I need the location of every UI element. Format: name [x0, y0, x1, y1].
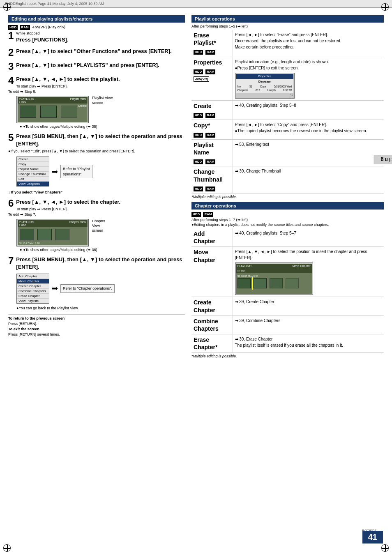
op-properties-bullet: ●Press [ENTER] to exit the screen. [235, 66, 299, 70]
op-erase-playlist: ErasePlaylist* HDD RAM Press [◄, ►] to s… [191, 30, 384, 57]
step-6-bullet: ●To show other pages/Multiple editing (➡… [16, 248, 185, 252]
props-no-val: 51 [249, 85, 252, 89]
op-combine-chapters: CombineChapters ➡ 39, Combine Chapters [191, 315, 384, 334]
corner-mark-tl [3, 3, 11, 11]
main-content: Editing and playing playlists/chapters H… [0, 11, 392, 366]
ch-menu-combine: Combine Chapters [17, 289, 49, 294]
step-6-number: 6 [8, 198, 14, 208]
step-1-text: While stopped Press [FUNCTIONS]. [8, 31, 185, 44]
step-7-bold: Press [SUB MENU], then [▲, ▼] to select … [16, 256, 182, 270]
step-3: 3 Press [▲, ▼] to select "PLAYLISTS" and… [8, 62, 185, 71]
chapter-ops-footnote: *Multiple editing is possible. [191, 354, 384, 358]
ch-menu-view-playlists: View Playlists [17, 299, 49, 303]
top-bar: EHDDEnglish.book Page 41 Monday, July 4,… [0, 0, 392, 8]
step-6: 6 Press [▲, ▼, ◄, ►] to select the chapt… [8, 198, 185, 251]
chapter-ops-table: AddChapter ➡ 40, Creating playlists, Ste… [191, 228, 384, 353]
op-copy-desc: Press [◄, ►] to select "Copy" and press … [233, 120, 384, 139]
ch-menu-create: Create Chapter [17, 284, 49, 289]
playlist-ops-section: Playlist operations After performing ste… [191, 15, 384, 199]
menu-item-view-chapters: View Chapters [17, 182, 49, 186]
op-add-chapter: AddChapter ➡ 40, Creating playlists, Ste… [191, 228, 384, 247]
move-chapter-screen: PLAYLISTS≡ HDD Move Chapter S1 10:07 Mon… [235, 263, 313, 295]
ch-menu-add: Add Chapter [17, 274, 49, 279]
step-7-menu: Add Chapter Move Chapter Create Chapter … [16, 274, 49, 304]
op-move-chapter-desc: Press [▲, ▼, ◄, ►] to select the positio… [233, 247, 384, 297]
step-3-text: Press [▲, ▼] to select "PLAYLISTS" and p… [8, 62, 185, 69]
playlist-ops-footnote: *Multiple editing is possible. [191, 195, 384, 199]
step-4: 4 Press [▲, ▼, ◄, ►] to select the playl… [8, 76, 185, 129]
props-length-val: 0:39:85 [283, 88, 292, 92]
chapter-ops-intro: After performing steps 1–7 (➡ left) [191, 218, 384, 222]
op-erase-badges: HDD RAM [194, 47, 229, 55]
op-playlist-name-desc: ➡ 53, Entering text [233, 139, 384, 166]
props-length-label: Length [267, 88, 276, 92]
ram-badge: RAM [20, 25, 30, 30]
props-no-label: No. [238, 85, 242, 89]
arrow-icon-7: ➡ [52, 284, 58, 293]
props-ok-button: OK [290, 94, 293, 97]
book-info: EHDDEnglish.book Page 41 Monday, July 4,… [5, 2, 104, 6]
step-3-number: 3 [8, 62, 14, 71]
op-combine-chapters-label: CombineChapters [191, 315, 233, 334]
refer-box-7: Refer to "Chapter operations". [60, 284, 115, 293]
step-3-bold: Press [▲, ▼] to select "PLAYLISTS" and p… [16, 62, 159, 68]
chapter-ops-badges-row: HDD RAM [191, 211, 384, 217]
corner-mark-br [381, 544, 389, 552]
op-properties-name: Properties HDD RAM -RW(VR) [191, 57, 233, 101]
step-1-number: 1 [8, 31, 14, 41]
menu-item-copy: Copy [17, 162, 49, 167]
props-chapters-val: 012 [256, 88, 260, 92]
op-create-desc: ➡ 40, Creating playlists, Step 5–8 [233, 101, 384, 120]
chapter-view-screen: PLAYLISTS≡ HDD Chapter View S1 10:27 Mon… [16, 219, 89, 246]
page-number: 41 [362, 531, 383, 543]
playlist-ops-intro: After performing steps 1–5 (➡ left) [191, 24, 384, 28]
step-7-bullet: ●You can go back to the Playlist View. [16, 306, 185, 310]
left-section-header: Editing and playing playlists/chapters [8, 15, 185, 23]
op-copy-name: Copy* HDD RAM [191, 120, 233, 139]
op-thumbnail-badges: HDD RAM [194, 184, 229, 191]
op-properties-badges: HDD RAM -RW(VR) [194, 67, 229, 82]
bottom-notes: To return to the previous screen Press [… [8, 314, 185, 336]
chapter-ops-section: Chapter operations HDD RAM After perform… [191, 202, 384, 359]
playlist-view-screen: PLAYLISTS≡ HDD Playlist View Create [16, 96, 89, 123]
playlist-ops-header: Playlist operations [191, 15, 384, 23]
op-erase-chapter-label: EraseChapter* [191, 334, 233, 353]
menu-item-change-thumbnail: Change Thumbnail [17, 172, 49, 177]
op-erase-playlist-name: ErasePlaylist* HDD RAM [191, 30, 233, 57]
chapter-ops-header: Chapter operations [191, 202, 384, 210]
editing-tab: Editing [374, 155, 392, 164]
step-2: 2 Press [▲, ▼] to select "Other Function… [8, 48, 185, 58]
op-create-chapter-label: CreateChapter [191, 297, 233, 315]
step-5: 5 Press [SUB MENU], then [▲, ▼] to selec… [8, 133, 185, 194]
step-4-text: Press [▲, ▼, ◄, ►] to select the playlis… [8, 76, 185, 94]
step-4-sub1: To start play ➡ Press [ENTER]. [8, 84, 185, 89]
props-screen-title: Properties [236, 74, 293, 79]
step-5-bullet: ●If you select "Edit", press [▲, ▼] to s… [8, 149, 185, 154]
mc-screen-left: PLAYLISTS≡ HDD [238, 264, 253, 273]
play-only-label: -RW(VR) (Play only) [32, 25, 65, 29]
return-note-text: Press [RETURN]. [8, 322, 185, 326]
step-4-bullet: ●To show other pages/Multiple editing (➡… [16, 124, 185, 129]
menu-item-edit: Edit [17, 177, 49, 182]
menu-item-playlist-name: Playlist Name [17, 167, 49, 172]
right-column: Playlist operations After performing ste… [191, 15, 384, 362]
left-column: Editing and playing playlists/chapters H… [8, 15, 185, 362]
badge-row: HDD RAM -RW(VR) (Play only) [8, 24, 185, 30]
exit-note-label: To exit the screen [8, 327, 185, 331]
op-create-chapter: CreateChapter ➡ 39, Create Chapter [191, 297, 384, 315]
op-erase-chapter-desc: ➡ 39, Erase Chapter The playlist itself … [233, 334, 384, 353]
hdd-badge: HDD [8, 25, 18, 30]
step-7-text: Press [SUB MENU], then [▲, ▼] to select … [8, 256, 185, 271]
step-2-bold: Press [▲, ▼] to select "Other Functions"… [16, 48, 171, 54]
step-4-bold: Press [▲, ▼, ◄, ►] to select the playlis… [16, 76, 120, 82]
props-date-label: Date [260, 85, 266, 89]
ch-menu-erase: Erase Chapter [17, 294, 49, 299]
op-combine-chapters-desc: ➡ 39, Combine Chapters [233, 315, 384, 334]
pv-screen-right: Playlist View [70, 97, 86, 103]
op-change-thumbnail-label: ChangeThumbnail HDD RAM [191, 166, 233, 193]
props-chapters-label: Chapters [238, 88, 248, 92]
step-5-text: Press [SUB MENU], then [▲, ▼] to select … [8, 133, 185, 154]
step-2-number: 2 [8, 48, 14, 58]
cv-screen-label: ChapterViewscreen [92, 219, 105, 233]
properties-screen: Properties Dinosaur No. 51 Date 5/31/200… [235, 73, 295, 99]
